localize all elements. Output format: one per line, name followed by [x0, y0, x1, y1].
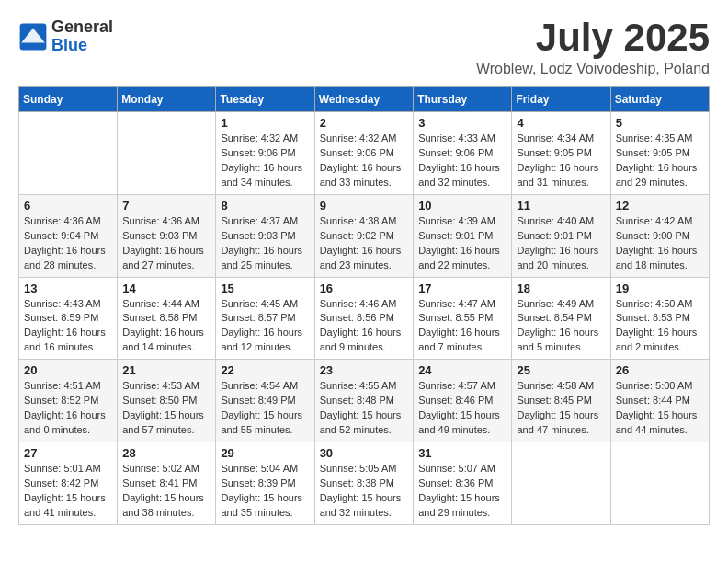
day-number: 28	[122, 446, 210, 460]
day-content: Sunrise: 4:49 AMSunset: 8:54 PMDaylight:…	[517, 297, 605, 356]
calendar-week-row: 6Sunrise: 4:36 AMSunset: 9:04 PMDaylight…	[19, 194, 710, 277]
day-number: 9	[320, 199, 409, 213]
calendar-cell	[610, 442, 709, 525]
day-number: 11	[517, 199, 605, 213]
calendar-table: SundayMondayTuesdayWednesdayThursdayFrid…	[18, 86, 710, 525]
day-content: Sunrise: 4:40 AMSunset: 9:01 PMDaylight:…	[517, 214, 605, 273]
day-content: Sunrise: 4:53 AMSunset: 8:50 PMDaylight:…	[122, 379, 210, 438]
calendar-cell: 17Sunrise: 4:47 AMSunset: 8:55 PMDayligh…	[414, 277, 512, 360]
calendar-cell: 5Sunrise: 4:35 AMSunset: 9:05 PMDaylight…	[610, 112, 709, 195]
calendar-cell: 14Sunrise: 4:44 AMSunset: 8:58 PMDayligh…	[118, 277, 216, 360]
calendar-cell: 22Sunrise: 4:54 AMSunset: 8:49 PMDayligh…	[216, 360, 314, 442]
day-content: Sunrise: 4:54 AMSunset: 8:49 PMDaylight:…	[221, 379, 309, 438]
logo-icon	[18, 22, 48, 52]
calendar-cell: 1Sunrise: 4:32 AMSunset: 9:06 PMDaylight…	[216, 112, 314, 195]
weekday-header-row: SundayMondayTuesdayWednesdayThursdayFrid…	[19, 87, 710, 112]
calendar-week-row: 1Sunrise: 4:32 AMSunset: 9:06 PMDaylight…	[19, 112, 710, 195]
day-number: 27	[24, 446, 112, 460]
day-content: Sunrise: 4:34 AMSunset: 9:05 PMDaylight:…	[517, 132, 605, 190]
day-content: Sunrise: 5:02 AMSunset: 8:41 PMDaylight:…	[122, 462, 210, 521]
calendar-cell: 10Sunrise: 4:39 AMSunset: 9:01 PMDayligh…	[414, 194, 512, 277]
calendar-cell: 3Sunrise: 4:33 AMSunset: 9:06 PMDaylight…	[414, 112, 512, 195]
day-content: Sunrise: 4:39 AMSunset: 9:01 PMDaylight:…	[418, 214, 506, 273]
day-content: Sunrise: 4:38 AMSunset: 9:02 PMDaylight:…	[320, 214, 409, 273]
logo-general-label: General	[51, 18, 113, 37]
day-number: 22	[221, 363, 309, 377]
day-content: Sunrise: 5:05 AMSunset: 8:38 PMDaylight:…	[320, 462, 409, 521]
day-number: 2	[320, 116, 409, 130]
calendar-cell: 7Sunrise: 4:36 AMSunset: 9:03 PMDaylight…	[118, 194, 216, 277]
day-number: 7	[122, 199, 210, 213]
day-number: 17	[418, 282, 506, 295]
day-number: 25	[517, 363, 605, 377]
calendar-cell: 26Sunrise: 5:00 AMSunset: 8:44 PMDayligh…	[610, 360, 709, 442]
day-number: 5	[616, 116, 704, 130]
calendar-cell: 15Sunrise: 4:45 AMSunset: 8:57 PMDayligh…	[216, 277, 314, 360]
calendar-cell: 27Sunrise: 5:01 AMSunset: 8:42 PMDayligh…	[19, 442, 118, 525]
day-content: Sunrise: 4:36 AMSunset: 9:04 PMDaylight:…	[24, 214, 112, 273]
day-content: Sunrise: 4:42 AMSunset: 9:00 PMDaylight:…	[616, 214, 704, 273]
day-content: Sunrise: 4:57 AMSunset: 8:46 PMDaylight:…	[418, 379, 506, 438]
day-content: Sunrise: 4:55 AMSunset: 8:48 PMDaylight:…	[320, 379, 409, 438]
calendar-cell	[19, 112, 118, 195]
day-content: Sunrise: 4:45 AMSunset: 8:57 PMDaylight:…	[221, 297, 309, 356]
calendar-cell: 12Sunrise: 4:42 AMSunset: 9:00 PMDayligh…	[610, 194, 709, 277]
calendar-cell: 6Sunrise: 4:36 AMSunset: 9:04 PMDaylight…	[19, 194, 118, 277]
day-content: Sunrise: 4:32 AMSunset: 9:06 PMDaylight:…	[221, 132, 309, 190]
day-number: 30	[320, 446, 409, 460]
calendar-cell: 4Sunrise: 4:34 AMSunset: 9:05 PMDaylight…	[512, 112, 610, 195]
day-content: Sunrise: 4:32 AMSunset: 9:06 PMDaylight:…	[320, 132, 409, 190]
day-content: Sunrise: 5:07 AMSunset: 8:36 PMDaylight:…	[418, 462, 506, 521]
weekday-header: Monday	[118, 87, 216, 112]
calendar-cell	[118, 112, 216, 195]
location-title: Wroblew, Lodz Voivodeship, Poland	[476, 61, 710, 77]
calendar-cell: 31Sunrise: 5:07 AMSunset: 8:36 PMDayligh…	[414, 442, 512, 525]
day-number: 14	[122, 282, 210, 295]
calendar-cell: 23Sunrise: 4:55 AMSunset: 8:48 PMDayligh…	[314, 360, 414, 442]
logo-blue-label: Blue	[51, 37, 113, 55]
logo-text: General Blue	[51, 18, 113, 55]
day-number: 3	[418, 116, 506, 130]
weekday-header: Saturday	[610, 87, 709, 112]
calendar-week-row: 13Sunrise: 4:43 AMSunset: 8:59 PMDayligh…	[19, 277, 710, 360]
calendar-cell: 25Sunrise: 4:58 AMSunset: 8:45 PMDayligh…	[512, 360, 610, 442]
calendar-cell: 30Sunrise: 5:05 AMSunset: 8:38 PMDayligh…	[314, 442, 414, 525]
day-number: 19	[616, 282, 704, 295]
title-area: July 2025 Wroblew, Lodz Voivodeship, Pol…	[476, 18, 710, 77]
calendar-cell: 21Sunrise: 4:53 AMSunset: 8:50 PMDayligh…	[118, 360, 216, 442]
page-header: General Blue July 2025 Wroblew, Lodz Voi…	[18, 18, 710, 77]
day-number: 6	[24, 199, 112, 213]
weekday-header: Thursday	[414, 87, 512, 112]
day-number: 29	[221, 446, 309, 460]
weekday-header: Friday	[512, 87, 610, 112]
day-number: 18	[517, 282, 605, 295]
day-content: Sunrise: 5:04 AMSunset: 8:39 PMDaylight:…	[221, 462, 309, 521]
weekday-header: Tuesday	[216, 87, 314, 112]
logo: General Blue	[18, 18, 113, 55]
day-content: Sunrise: 4:36 AMSunset: 9:03 PMDaylight:…	[122, 214, 210, 273]
day-number: 24	[418, 363, 506, 377]
day-number: 12	[616, 199, 704, 213]
weekday-header: Wednesday	[314, 87, 414, 112]
day-number: 13	[24, 282, 112, 295]
calendar-cell: 2Sunrise: 4:32 AMSunset: 9:06 PMDaylight…	[314, 112, 414, 195]
day-number: 1	[221, 116, 309, 130]
day-number: 31	[418, 446, 506, 460]
month-title: July 2025	[476, 18, 710, 57]
day-content: Sunrise: 4:50 AMSunset: 8:53 PMDaylight:…	[616, 297, 704, 356]
day-number: 26	[616, 363, 704, 377]
day-number: 8	[221, 199, 309, 213]
calendar-cell: 20Sunrise: 4:51 AMSunset: 8:52 PMDayligh…	[19, 360, 118, 442]
calendar-cell: 19Sunrise: 4:50 AMSunset: 8:53 PMDayligh…	[610, 277, 709, 360]
calendar-cell: 13Sunrise: 4:43 AMSunset: 8:59 PMDayligh…	[19, 277, 118, 360]
calendar-cell: 24Sunrise: 4:57 AMSunset: 8:46 PMDayligh…	[414, 360, 512, 442]
calendar-cell: 8Sunrise: 4:37 AMSunset: 9:03 PMDaylight…	[216, 194, 314, 277]
day-content: Sunrise: 4:35 AMSunset: 9:05 PMDaylight:…	[616, 132, 704, 190]
day-number: 23	[320, 363, 409, 377]
day-content: Sunrise: 4:47 AMSunset: 8:55 PMDaylight:…	[418, 297, 506, 356]
calendar-week-row: 27Sunrise: 5:01 AMSunset: 8:42 PMDayligh…	[19, 442, 710, 525]
calendar-cell: 29Sunrise: 5:04 AMSunset: 8:39 PMDayligh…	[216, 442, 314, 525]
day-content: Sunrise: 4:44 AMSunset: 8:58 PMDaylight:…	[122, 297, 210, 356]
calendar-cell: 9Sunrise: 4:38 AMSunset: 9:02 PMDaylight…	[314, 194, 414, 277]
day-content: Sunrise: 5:01 AMSunset: 8:42 PMDaylight:…	[24, 462, 112, 521]
